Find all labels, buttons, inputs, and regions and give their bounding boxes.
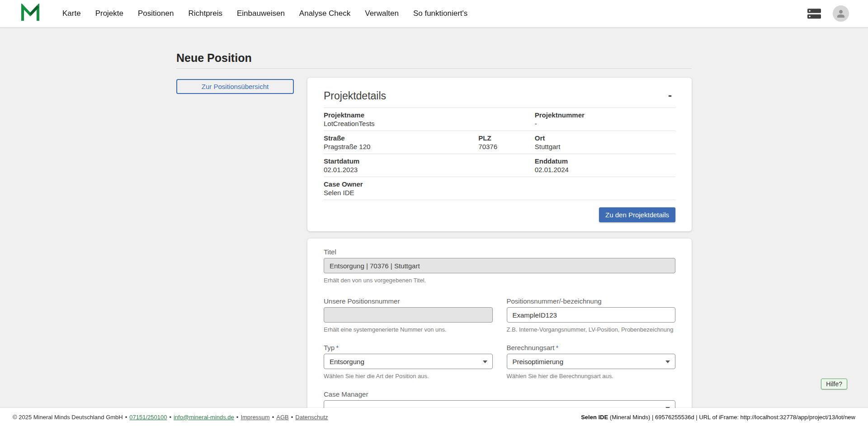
main-nav: Karte Projekte Positionen Richtpreis Ein… [62,0,807,27]
titel-field: Titel Erhält den von uns vorgegebenen Ti… [324,248,675,284]
session-user: Selen IDE [581,414,608,421]
page-title: Neue Position [176,51,692,64]
case-owner-label: Case Owner [324,180,478,188]
go-to-project-details-button[interactable]: Zu den Projektdetails [599,207,675,222]
nav-item-so-funktionierts[interactable]: So funktioniert's [413,0,467,27]
content-row: Zur Positionsübersicht Projektdetails - … [176,78,692,426]
positionsnummer-helper-text: Z.B. Interne-Vorgangsnummer, LV-Position… [507,326,676,333]
ort-value: Stuttgart [535,143,675,150]
typ-select[interactable]: Entsorgung [324,354,493,369]
empty-cell [478,111,534,127]
titel-helper-text: Erhält den von uns vorgegebenen Titel. [324,277,675,284]
titel-input [324,258,675,273]
enddatum-cell: Enddatum 02.01.2024 [535,157,675,173]
strasse-label: Straße [324,134,478,142]
project-details-header: Projektdetails - [324,89,675,102]
right-column: Projektdetails - Projektname LotCreation… [307,78,692,426]
collapse-card-button[interactable]: - [665,89,675,101]
empty-cell [478,180,534,197]
berechnungsart-select[interactable]: Preisoptimierung [507,354,676,369]
mineral-minds-logo-icon [21,4,40,23]
startdatum-cell: Startdatum 02.01.2023 [324,157,478,173]
main-content: Neue Position Zur Positionsübersicht Pro… [0,0,868,426]
typ-field: Typ* Entsorgung Wählen Sie hier die Art … [324,344,493,380]
case-manager-label: Case Manager [324,391,675,398]
berechnungsart-field: Berechnungsart* Preisoptimierung Wählen … [507,344,676,380]
nav-item-analyse-check[interactable]: Analyse Check [299,0,350,27]
left-column: Zur Positionsübersicht [176,78,307,94]
berechnungsart-select-value: Preisoptimierung [513,358,564,365]
nav-right-section [807,5,849,22]
projektname-label: Projektname [324,111,478,119]
session-info: (Mineral Minds) | 69576255536d | URL of … [610,414,855,421]
strasse-value: Pragstraße 120 [324,143,478,150]
position-number-row: Unsere Positionsnummer Erhält eine syste… [324,298,675,333]
title-divider [176,68,692,69]
typ-label: Typ* [324,344,493,351]
table-row: Straße Pragstraße 120 PLZ 70376 Ort Stut… [324,131,675,154]
impressum-link[interactable]: Impressum [241,414,269,421]
case-owner-value: Selen IDE [324,189,478,197]
projektnummer-cell: Projektnummer - [535,111,675,127]
nav-item-projekte[interactable]: Projekte [95,0,123,27]
help-button[interactable]: Hilfe? [821,379,847,389]
positionsnummer-input[interactable] [507,307,676,323]
person-icon [835,8,846,19]
agb-link[interactable]: AGB [276,414,288,421]
typ-label-text: Typ [324,344,335,351]
table-row: Case Owner Selen IDE [324,177,675,200]
copyright-text: © 2025 Mineral Minds Deutschland GmbH [13,414,123,421]
type-calculation-row: Typ* Entsorgung Wählen Sie hier die Art … [324,344,675,380]
startdatum-value: 02.01.2023 [324,166,478,173]
projektnummer-label: Projektnummer [535,111,675,119]
empty-cell [535,180,675,197]
plz-cell: PLZ 70376 [478,134,534,150]
nav-item-verwalten[interactable]: Verwalten [365,0,399,27]
app-logo[interactable] [21,4,40,23]
positionsnummer-label: Positionsnummer/-bezeichnung [507,298,676,305]
separator: • [291,414,293,421]
phone-link[interactable]: 07151/250100 [129,414,167,421]
case-owner-cell: Case Owner Selen IDE [324,180,478,197]
datenschutz-link[interactable]: Datenschutz [295,414,328,421]
plz-label: PLZ [478,134,534,142]
project-details-actions: Zu den Projektdetails [324,207,675,222]
projektname-value: LotCreationTests [324,120,478,127]
titel-label: Titel [324,248,675,256]
projektname-cell: Projektname LotCreationTests [324,111,478,127]
projektnummer-value: - [535,120,675,127]
server-terminal-icon[interactable] [807,9,821,19]
footer: © 2025 Mineral Minds Deutschland GmbH • … [0,408,868,426]
positionsnummer-field: Positionsnummer/-bezeichnung Z.B. Intern… [507,298,676,333]
nav-item-karte[interactable]: Karte [62,0,81,27]
berechnungsart-helper-text: Wählen Sie hier die Berechnungsart aus. [507,373,676,380]
project-details-title: Projektdetails [324,89,386,102]
nav-item-einbauweisen[interactable]: Einbauweisen [237,0,285,27]
back-to-positions-button[interactable]: Zur Positionsübersicht [176,79,294,94]
email-link[interactable]: info@mineral-minds.de [174,414,234,421]
enddatum-value: 02.01.2024 [535,166,675,173]
required-asterisk: * [336,344,339,351]
unsere-positionsnummer-input [324,307,493,323]
project-details-table: Projektname LotCreationTests Projektnumm… [324,108,675,200]
separator: • [272,414,274,421]
table-row: Startdatum 02.01.2023 Enddatum 02.01.202… [324,154,675,177]
unsere-positionsnummer-helper-text: Erhält eine systemgenerierte Nummer von … [324,326,493,333]
project-details-card: Projektdetails - Projektname LotCreation… [307,78,692,231]
top-navigation-bar: Karte Projekte Positionen Richtpreis Ein… [0,0,868,27]
unsere-positionsnummer-label: Unsere Positionsnummer [324,298,493,305]
unsere-positionsnummer-field: Unsere Positionsnummer Erhält eine syste… [324,298,493,333]
strasse-cell: Straße Pragstraße 120 [324,134,478,150]
nav-item-positionen[interactable]: Positionen [138,0,174,27]
ort-label: Ort [535,134,675,142]
separator: • [236,414,239,421]
typ-select-value: Entsorgung [330,358,364,365]
separator: • [169,414,171,421]
footer-right: Selen IDE (Mineral Minds) | 69576255536d… [581,414,855,421]
chevron-down-icon [665,360,670,363]
user-avatar[interactable] [833,5,849,22]
nav-item-richtpreis[interactable]: Richtpreis [188,0,222,27]
table-row: Projektname LotCreationTests Projektnumm… [324,108,675,131]
typ-helper-text: Wählen Sie hier die Art der Position aus… [324,373,493,380]
required-asterisk: * [556,344,558,351]
